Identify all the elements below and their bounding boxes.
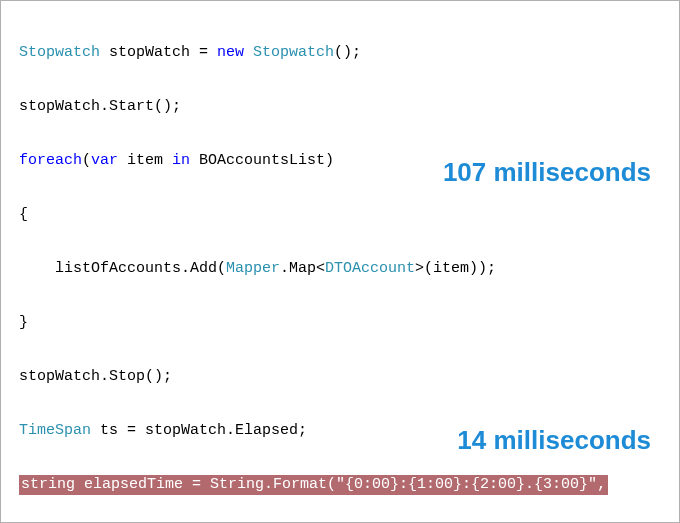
token: elapsedTime = (75, 476, 210, 493)
token: (); (334, 44, 361, 61)
token: stopWatch.Stop(); (19, 368, 172, 385)
token: item (118, 152, 172, 169)
code-line: stopWatch.Start(); (19, 97, 665, 117)
token: , (597, 476, 606, 493)
token: listOfAccounts.Add( (19, 260, 226, 277)
token: .Map< (280, 260, 325, 277)
token-string: "{0:00}:{1:00}:{2:00}.{3:00}" (336, 476, 597, 493)
token-type: Mapper (226, 260, 280, 277)
token-keyword: new (217, 44, 244, 61)
code-line: TimeSpan ts = stopWatch.Elapsed; (19, 421, 665, 441)
token: BOAccountsList) (190, 152, 334, 169)
code-editor[interactable]: Stopwatch stopWatch = new Stopwatch(); s… (5, 5, 675, 518)
token: stopWatch = (100, 44, 217, 61)
token: ts = stopWatch.Elapsed; (91, 422, 307, 439)
token: ( (82, 152, 91, 169)
token: { (19, 206, 28, 223)
code-line: string elapsedTime = String.Format("{0:0… (19, 475, 665, 495)
token-keyword: string (21, 476, 75, 493)
token-type: DTOAccount (325, 260, 415, 277)
code-line: stopWatch.Stop(); (19, 367, 665, 387)
code-line: Stopwatch stopWatch = new Stopwatch(); (19, 43, 665, 63)
token: stopWatch.Start(); (19, 98, 181, 115)
token-keyword: var (91, 152, 118, 169)
token-type: Stopwatch (253, 44, 334, 61)
code-line: foreach(var item in BOAccountsList) (19, 151, 665, 171)
token: >(item)); (415, 260, 496, 277)
token-keyword: foreach (19, 152, 82, 169)
token-type: TimeSpan (19, 422, 91, 439)
token-type: Stopwatch (19, 44, 100, 61)
code-line: listOfAccounts.Add(Mapper.Map<DTOAccount… (19, 259, 665, 279)
token-keyword: in (172, 152, 190, 169)
code-line: { (19, 205, 665, 225)
token (244, 44, 253, 61)
code-block-foreach: Stopwatch stopWatch = new Stopwatch(); s… (5, 5, 675, 518)
token: } (19, 314, 28, 331)
token-type: String (210, 476, 264, 493)
selection-highlight: string elapsedTime = String.Format("{0:0… (19, 475, 608, 495)
code-line: } (19, 313, 665, 333)
token: .Format( (264, 476, 336, 493)
